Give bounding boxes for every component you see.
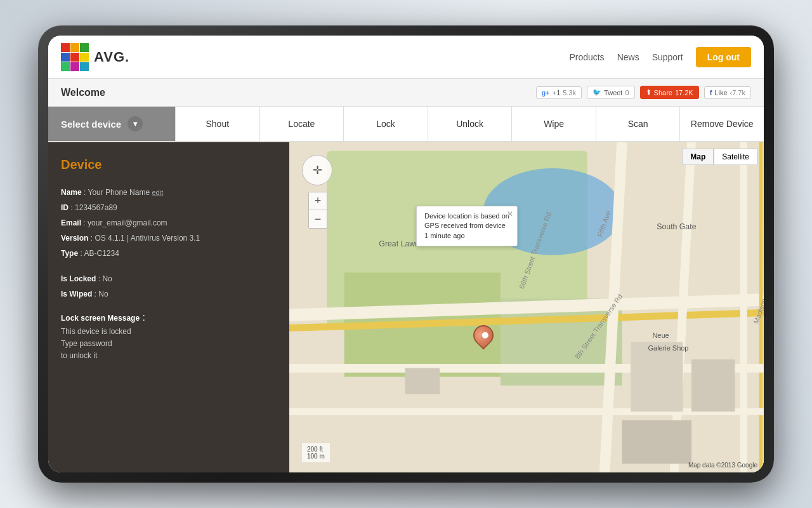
map-background: Great Lawn Softball Field 6 South Gate N… — [289, 142, 764, 472]
device-version-row: Version : OS 4.1.1 | Antivirus Version 3… — [61, 231, 277, 246]
svg-rect-6 — [61, 62, 70, 71]
tab-wipe[interactable]: Wipe — [511, 107, 596, 141]
lock-msg-text: This device is locked Type password to u… — [61, 326, 277, 363]
dropdown-arrow-icon: ▾ — [128, 116, 143, 131]
like-count: ‹7.7k — [730, 89, 745, 97]
tab-unlock[interactable]: Unlock — [428, 107, 512, 141]
satellite-view-button[interactable]: Satellite — [714, 149, 757, 165]
svg-rect-7 — [70, 62, 79, 71]
pin-marker — [469, 321, 497, 349]
nav-support[interactable]: Support — [652, 52, 683, 62]
svg-rect-0 — [61, 43, 70, 52]
device-wiped-row: Is Wiped : No — [61, 286, 277, 302]
email-label: Email — [61, 218, 81, 227]
map-area[interactable]: Great Lawn Softball Field 6 South Gate N… — [289, 142, 764, 472]
map-pin — [473, 325, 494, 345]
tablet-screen: AVG. Products News Support Log out Welco… — [48, 36, 764, 472]
type-value: AB-C1234 — [84, 249, 119, 258]
svg-rect-2 — [80, 43, 89, 52]
lock-msg-line1: This device is locked — [61, 326, 277, 338]
google-count: 5.3k — [563, 89, 576, 97]
avg-logo-icon — [61, 43, 89, 71]
svg-rect-3 — [61, 53, 70, 62]
edit-name-link[interactable]: edit — [152, 189, 163, 196]
version-value: OS 4.1.1 | Antivirus Version 3.1 — [95, 234, 200, 243]
map-view-button[interactable]: Map — [682, 149, 714, 165]
wiped-label: Is Wiped — [61, 290, 92, 298]
google-plus-button[interactable]: g+ +1 5.3k — [536, 86, 582, 99]
zoom-out-button[interactable]: − — [309, 210, 327, 228]
device-type-row: Type : AB-C1234 — [61, 246, 277, 261]
select-device-button[interactable]: Select device ▾ — [48, 107, 175, 141]
name-label: Name — [61, 188, 82, 197]
facebook-button[interactable]: f Like ‹7.7k — [704, 86, 751, 99]
zoom-in-button[interactable]: + — [309, 192, 327, 210]
share-label: Share — [654, 89, 672, 97]
map-tooltip: ✕ Device location is based on GPS receiv… — [416, 206, 518, 246]
svg-rect-22 — [631, 342, 683, 411]
select-device-label: Select device — [61, 119, 121, 130]
logout-button[interactable]: Log out — [696, 47, 751, 67]
version-label: Version — [61, 234, 88, 243]
twitter-icon: 🐦 — [593, 88, 601, 97]
map-zoom-controls: + − — [308, 192, 327, 229]
facebook-icon: f — [710, 89, 712, 97]
nav-area: Products News Support Log out — [569, 47, 751, 67]
scale-m: 100 m — [307, 453, 325, 460]
welcome-bar: Welcome g+ +1 5.3k 🐦 Tweet 0 ⬆ Share 17.… — [48, 79, 764, 107]
svg-rect-8 — [80, 62, 89, 71]
lock-message-section: Lock screen Message : This device is loc… — [61, 312, 277, 363]
like-label: Like — [714, 89, 727, 97]
svg-text:Great Lawn: Great Lawn — [379, 239, 419, 248]
tablet-frame: AVG. Products News Support Log out Welco… — [38, 25, 774, 483]
svg-rect-5 — [80, 53, 89, 62]
svg-rect-1 — [70, 43, 79, 52]
map-scale: 200 ft 100 m — [302, 443, 330, 462]
id-label: ID — [61, 203, 69, 212]
action-tabs: Shout Locate Lock Unlock Wipe Scan Remov… — [175, 107, 764, 141]
tab-remove-device[interactable]: Remove Device — [679, 107, 764, 141]
logo-area: AVG. — [61, 43, 129, 71]
share-icon: ⬆ — [646, 88, 652, 97]
social-buttons: g+ +1 5.3k 🐦 Tweet 0 ⬆ Share 17.2K f Lik… — [536, 86, 751, 99]
device-locked-row: Is Locked : No — [61, 271, 277, 286]
device-name-row: Name : Your Phone Name edit — [61, 185, 277, 200]
share-count: 17.2K — [675, 89, 693, 97]
tab-locate[interactable]: Locate — [259, 107, 344, 141]
lock-msg-line3: to unlock it — [61, 350, 277, 362]
svg-text:Galerie Shop: Galerie Shop — [648, 344, 689, 352]
google-label: +1 — [553, 89, 561, 97]
svg-text:Neue: Neue — [652, 331, 669, 339]
tab-shout[interactable]: Shout — [175, 107, 259, 141]
device-info: Name : Your Phone Name edit ID : 1234567… — [61, 185, 277, 302]
header: AVG. Products News Support Log out — [48, 36, 764, 79]
id-value: 1234567a89 — [75, 203, 117, 212]
type-label: Type — [61, 249, 78, 258]
main-content: Device Name : Your Phone Name edit ID : … — [48, 142, 764, 472]
google-icon: g+ — [542, 89, 550, 97]
twitter-button[interactable]: 🐦 Tweet 0 — [587, 86, 634, 99]
tab-scan[interactable]: Scan — [596, 107, 680, 141]
svg-text:South Gate: South Gate — [657, 222, 696, 231]
locked-label: Is Locked — [61, 274, 96, 283]
map-view-controls: Map Satellite — [682, 149, 757, 165]
scale-ft: 200 ft — [307, 446, 325, 453]
svg-rect-23 — [691, 359, 735, 411]
nav-products[interactable]: Products — [569, 52, 604, 62]
map-pan-control[interactable]: ✛ — [302, 155, 332, 185]
tab-lock[interactable]: Lock — [343, 107, 428, 141]
locked-value: No — [102, 274, 112, 283]
svg-rect-4 — [70, 53, 79, 62]
device-title: Device — [61, 157, 277, 172]
nav-news[interactable]: News — [617, 52, 639, 62]
tooltip-close-button[interactable]: ✕ — [507, 209, 513, 220]
device-panel: Device Name : Your Phone Name edit ID : … — [48, 142, 289, 472]
share-button[interactable]: ⬆ Share 17.2K — [640, 86, 699, 99]
welcome-text: Welcome — [61, 87, 105, 98]
map-copyright: Map data ©2013 Google — [688, 462, 757, 469]
svg-rect-25 — [405, 368, 440, 394]
device-email-row: Email : your_email@gmail.com — [61, 215, 277, 231]
pin-dot — [481, 331, 490, 340]
lock-msg-line2: Type password — [61, 338, 277, 350]
tooltip-text: Device location is based on GPS received… — [424, 212, 509, 239]
